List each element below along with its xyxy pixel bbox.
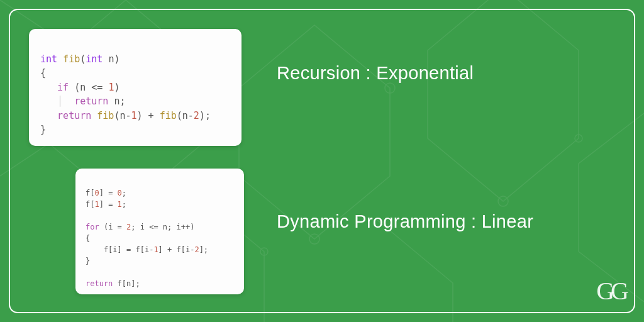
code-token: 1 <box>131 110 137 121</box>
title-dp: Dynamic Programming : Linear <box>277 211 533 232</box>
logo-gfg: GG <box>596 276 625 306</box>
code-token: n <box>108 53 114 65</box>
code-token: f[ <box>86 200 94 209</box>
code-token: ] + f[i- <box>158 245 195 254</box>
code-token: ) + <box>137 110 160 121</box>
code-token: 2 <box>194 110 199 121</box>
code-token: f[n]; <box>113 279 140 288</box>
code-token: (i = <box>99 223 126 231</box>
code-card-recursion: int fib(int n) { if (n <= 1) │ return n;… <box>29 29 242 146</box>
code-token: ] = <box>99 189 118 197</box>
code-token: int <box>86 53 103 65</box>
code-token: ) <box>114 82 119 93</box>
code-token: return <box>57 110 91 121</box>
code-token: { <box>86 234 90 243</box>
code-token: 1 <box>118 200 122 209</box>
code-token: f[i] = f[i- <box>86 245 153 254</box>
code-token: 0 <box>94 189 99 197</box>
code-token: (n <= <box>74 82 108 93</box>
code-token: 1 <box>94 200 99 209</box>
code-token: for <box>86 223 99 231</box>
code-token: ); <box>199 110 211 121</box>
code-token: fib <box>160 110 177 121</box>
code-token: fib <box>97 110 114 121</box>
code-token: 1 <box>153 245 158 254</box>
code-token: n; <box>108 96 125 107</box>
code-token: { <box>40 67 46 79</box>
code-token: fib <box>63 53 80 65</box>
code-token: f[ <box>86 189 94 197</box>
code-token: ]; <box>199 245 208 254</box>
code-token: return <box>86 279 113 288</box>
code-token: ] = <box>99 200 118 209</box>
code-token: (n- <box>177 110 194 121</box>
code-token: ; <box>122 200 126 209</box>
code-token: 0 <box>118 189 122 197</box>
code-token: 2 <box>194 245 199 254</box>
code-token: } <box>86 257 90 265</box>
code-token: ; <box>122 189 126 197</box>
title-recursion: Recursion : Exponential <box>277 63 474 84</box>
code-token: ; i <= n; i++) <box>131 223 194 231</box>
code-token: } <box>40 124 46 135</box>
code-card-dp: f[0] = 0; f[1] = 1; for (i = 2; i <= n; … <box>75 169 244 294</box>
code-token: if <box>57 82 69 93</box>
code-token: (n- <box>114 110 131 121</box>
code-token: int <box>40 53 57 65</box>
code-token: return <box>74 96 108 107</box>
